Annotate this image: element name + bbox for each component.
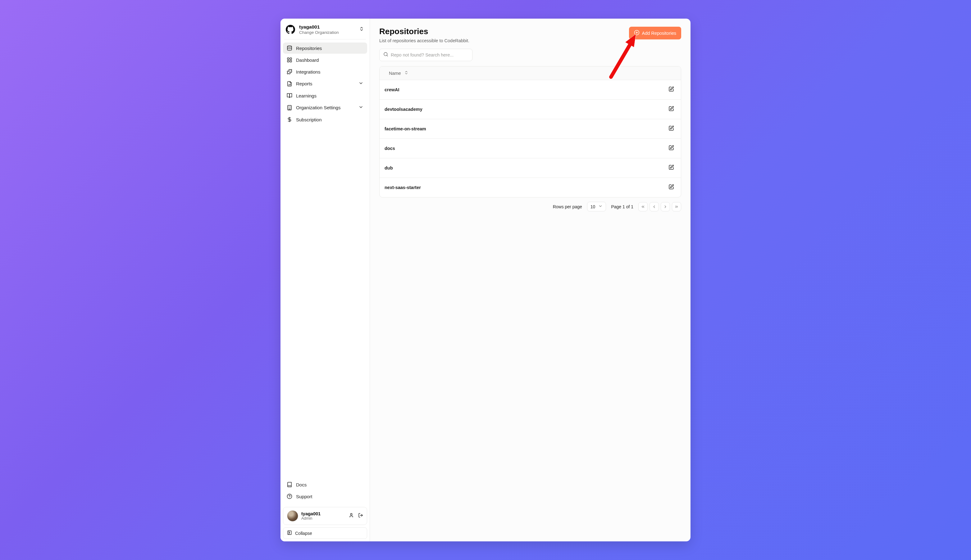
repo-name: crewAI (384, 87, 399, 92)
book-icon (287, 93, 292, 98)
edit-icon[interactable] (667, 163, 675, 173)
nav-dashboard[interactable]: Dashboard (283, 54, 367, 65)
nav-label: Integrations (296, 69, 320, 75)
svg-point-0 (287, 46, 292, 47)
repo-name: facetime-on-stream (384, 126, 426, 131)
repo-name: docs (384, 146, 395, 151)
rows-per-page-select[interactable]: 10 (587, 202, 606, 212)
sidebar: tyaga001 Change Organization Repositorie… (281, 18, 370, 542)
org-switcher[interactable]: tyaga001 Change Organization (281, 18, 369, 39)
primary-nav: Repositories Dashboard Integrations Repo… (281, 43, 369, 125)
pagination: Rows per page 10 Page 1 of 1 (379, 202, 681, 212)
first-page-button[interactable] (638, 202, 648, 212)
plus-circle-icon (634, 30, 640, 36)
nav-support[interactable]: Support (283, 491, 367, 502)
nav-subscription[interactable]: Subscription (283, 114, 367, 125)
building-icon (287, 105, 292, 110)
page-subtitle: List of repositories accessible to CodeR… (379, 38, 470, 43)
nav-docs[interactable]: Docs (283, 479, 367, 490)
nav-label: Docs (296, 482, 307, 487)
next-page-button[interactable] (661, 202, 670, 212)
search-box[interactable] (379, 49, 473, 61)
nav-label: Reports (296, 81, 313, 86)
repo-name: dub (384, 165, 393, 170)
last-page-button[interactable] (672, 202, 681, 212)
help-icon (287, 493, 292, 499)
table-row[interactable]: next-saas-starter (379, 178, 681, 197)
repo-name: next-saas-starter (384, 185, 421, 190)
nav-reports[interactable]: Reports (283, 78, 367, 89)
page-indicator: Page 1 of 1 (611, 204, 633, 209)
svg-point-9 (350, 513, 352, 515)
edit-icon[interactable] (667, 124, 675, 133)
column-name: Name (389, 71, 401, 76)
table-row[interactable]: devtoolsacademy (379, 100, 681, 119)
nav-label: Learnings (296, 93, 316, 98)
svg-rect-1 (287, 58, 289, 59)
prev-page-button[interactable] (650, 202, 659, 212)
repo-name: devtoolsacademy (384, 107, 423, 112)
nav-repositories[interactable]: Repositories (283, 43, 367, 54)
github-icon (286, 25, 296, 35)
edit-icon[interactable] (667, 183, 675, 192)
panel-left-icon (287, 530, 292, 536)
chevron-down-icon (598, 204, 603, 209)
main-content: Repositories List of repositories access… (370, 18, 690, 542)
nav-label: Dashboard (296, 57, 319, 63)
database-icon (287, 45, 292, 51)
org-name: tyaga001 (299, 24, 354, 30)
grid-icon (287, 57, 292, 63)
rows-per-page-label: Rows per page (553, 204, 582, 209)
org-switch-icon[interactable] (358, 25, 365, 34)
add-repositories-button[interactable]: Add Repositories (629, 27, 681, 40)
nav-label: Support (296, 494, 313, 499)
file-bar-icon (287, 81, 292, 87)
nav-label: Organization Settings (296, 105, 341, 110)
secondary-nav: Docs Support (281, 479, 369, 505)
user-name: tyaga001 (301, 511, 346, 516)
avatar (287, 510, 298, 522)
dollar-icon (287, 117, 292, 122)
svg-rect-3 (290, 60, 292, 62)
edit-icon[interactable] (667, 85, 675, 94)
svg-line-17 (387, 55, 388, 56)
app-window: tyaga001 Change Organization Repositorie… (281, 18, 690, 542)
nav-integrations[interactable]: Integrations (283, 66, 367, 77)
book-closed-icon (287, 482, 292, 487)
sort-icon (404, 70, 408, 76)
table-header[interactable]: Name (379, 67, 681, 80)
puzzle-icon (287, 69, 292, 75)
repositories-table: Name crewAIdevtoolsacademyfacetime-on-st… (379, 66, 681, 197)
search-input[interactable] (391, 52, 468, 57)
nav-learnings[interactable]: Learnings (283, 90, 367, 101)
chevron-down-icon (358, 81, 363, 87)
table-row[interactable]: dub (379, 158, 681, 178)
user-role: Admin (301, 516, 346, 520)
profile-icon[interactable] (349, 513, 354, 519)
page-title: Repositories (379, 27, 470, 36)
search-icon (383, 52, 388, 58)
edit-icon[interactable] (667, 144, 675, 153)
collapse-button[interactable]: Collapse (283, 527, 367, 539)
table-row[interactable]: crewAI (379, 80, 681, 100)
nav-org-settings[interactable]: Organization Settings (283, 102, 367, 113)
nav-label: Repositories (296, 46, 322, 51)
logout-icon[interactable] (358, 513, 363, 519)
table-row[interactable]: facetime-on-stream (379, 119, 681, 139)
table-row[interactable]: docs (379, 139, 681, 158)
nav-label: Subscription (296, 117, 322, 122)
svg-rect-2 (290, 58, 292, 59)
chevron-down-icon (358, 105, 363, 110)
org-subtitle: Change Organization (299, 30, 354, 35)
svg-rect-4 (287, 60, 289, 62)
user-card: tyaga001 Admin (283, 507, 367, 525)
edit-icon[interactable] (667, 105, 675, 114)
